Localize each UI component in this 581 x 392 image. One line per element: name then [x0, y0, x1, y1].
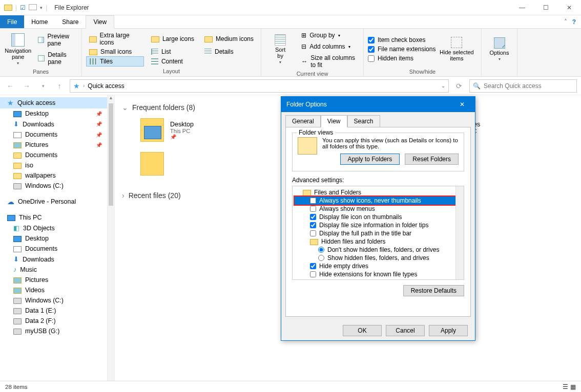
nav-3dobjects[interactable]: ◧3D Objects [0, 223, 107, 233]
close-button[interactable]: ✕ [557, 0, 581, 15]
options-button[interactable]: ✓ Options ▾ [486, 31, 513, 68]
group-by-button[interactable]: ⊞Group by ▾ [298, 31, 359, 40]
navigation-pane[interactable]: ★Quick access Desktop📌 ⬇Downloads📌 Docum… [0, 95, 108, 383]
tree-hide-extensions[interactable]: Hide extensions for known file types [295, 270, 462, 278]
tree-full-path-title[interactable]: Display the full path in the title bar [295, 229, 462, 237]
tree-file-size-tips[interactable]: Display file size information in folder … [295, 221, 462, 229]
tree-hidden-header[interactable]: Hidden files and folders [295, 237, 462, 246]
folder-options-dialog: Folder Options ✕ General View Search Fol… [281, 96, 475, 341]
nav-drive-g[interactable]: myUSB (G:) [0, 326, 107, 336]
breadcrumb-root[interactable]: Quick access [88, 82, 124, 90]
nav-windowsc-qa[interactable]: Windows (C:) [0, 181, 107, 191]
nav-downloads[interactable]: ⬇Downloads [0, 254, 107, 265]
search-placeholder: Search Quick access [484, 82, 542, 90]
dialog-titlebar[interactable]: Folder Options ✕ [281, 97, 475, 112]
tree-always-icons[interactable]: Always show icons, never thumbnails [295, 197, 462, 205]
nav-onedrive[interactable]: ☁OneDrive - Personal [0, 196, 107, 207]
tree-always-menus[interactable]: Always show menus [295, 205, 462, 213]
nav-drive-c[interactable]: Windows (C:) [0, 295, 107, 306]
layout-large[interactable]: Large icons [148, 31, 197, 47]
nav-drive-f[interactable]: Data 2 (F:) [0, 316, 107, 326]
layout-list[interactable]: List [148, 47, 197, 56]
layout-medium[interactable]: Medium icons [201, 31, 257, 47]
tab-home[interactable]: Home [24, 15, 55, 28]
tree-show-hidden[interactable]: Show hidden files, folders, and drives [295, 254, 462, 262]
nav-drive-e[interactable]: Data 1 (E:) [0, 306, 107, 316]
nav-iso-qa[interactable]: iso [0, 160, 107, 170]
nav-this-pc[interactable]: This PC [0, 212, 107, 223]
tile-hidden-2[interactable] [140, 149, 263, 178]
address-dropdown-icon[interactable]: ⌄ [441, 83, 445, 89]
qat-dropdown-icon[interactable]: ▾ [40, 5, 43, 10]
layout-small[interactable]: Small icons [86, 47, 144, 56]
advanced-settings-tree[interactable]: Files and Folders Always show icons, nev… [292, 186, 464, 280]
restore-defaults-button[interactable]: Restore Defaults [403, 285, 464, 296]
tree-dont-show-hidden[interactable]: Don't show hidden files, folders, or dri… [295, 246, 462, 254]
qat-item-icon[interactable] [29, 3, 37, 12]
ok-button[interactable]: OK [343, 325, 382, 336]
layout-content[interactable]: Content [148, 56, 197, 67]
tile-desktop[interactable]: DesktopThis PC📌 [140, 116, 263, 144]
nav-music[interactable]: ♪Music [0, 265, 107, 275]
sort-by-button[interactable]: Sort by ▾ [265, 31, 295, 68]
nav-documents-qa[interactable]: Documents📌 [0, 129, 107, 140]
help-icon[interactable]: ? [572, 18, 576, 26]
tab-view[interactable]: View [86, 15, 114, 29]
tree-hide-empty[interactable]: Hide empty drives [295, 262, 462, 270]
reset-folders-button[interactable]: Reset Folders [405, 154, 459, 165]
tree-hide-merge[interactable]: Hide folder merge conflicts [295, 278, 462, 280]
maximize-button[interactable]: ☐ [534, 0, 557, 15]
qat-checkbox-icon[interactable]: ☑ [20, 4, 26, 11]
hide-selected-button[interactable]: Hide selected items [439, 31, 474, 68]
tab-share[interactable]: Share [55, 15, 86, 28]
nav-desktop[interactable]: Desktop [0, 233, 107, 244]
scroll-thumb[interactable] [109, 103, 113, 206]
nav-downloads-qa[interactable]: ⬇Downloads📌 [0, 119, 107, 129]
nav-documents2-qa[interactable]: Documents [0, 150, 107, 160]
tab-file[interactable]: File [0, 15, 24, 28]
dialog-close-button[interactable]: ✕ [454, 101, 470, 108]
details-view-icon[interactable]: ☰ [563, 383, 568, 390]
address-bar[interactable]: ★ › Quick access ⌄ [70, 79, 449, 93]
up-button[interactable]: ↑ [53, 82, 66, 90]
dialog-tab-general[interactable]: General [285, 115, 321, 127]
details-icon [204, 49, 212, 55]
apply-to-folders-button[interactable]: Apply to Folders [340, 154, 400, 165]
preview-pane-button[interactable]: Preview pane [35, 32, 77, 48]
nav-documents[interactable]: Documents [0, 244, 107, 254]
search-box[interactable]: 🔍 Search Quick access [469, 79, 577, 93]
history-dropdown[interactable]: ▾ [37, 83, 49, 89]
nav-videos[interactable]: Videos [0, 285, 107, 295]
refresh-button[interactable]: ⟳ [453, 82, 465, 90]
add-columns-button[interactable]: ⊟Add columns ▾ [298, 42, 359, 51]
layout-details[interactable]: Details [201, 47, 257, 56]
nav-wallpapers-qa[interactable]: wallpapers [0, 170, 107, 181]
layout-tiles[interactable]: Tiles [86, 56, 144, 67]
layout-extra-large[interactable]: Extra large icons [86, 31, 144, 47]
nav-quick-access[interactable]: ★Quick access [0, 97, 107, 108]
tree-file-icon-thumb[interactable]: Display file icon on thumbnails [295, 213, 462, 221]
back-button[interactable]: ← [4, 82, 16, 90]
forward-button[interactable]: → [20, 82, 33, 90]
thumbnails-view-icon[interactable]: ▦ [570, 383, 576, 390]
navigation-pane-button[interactable]: Navigation pane ▾ [4, 31, 32, 68]
nav-scrollbar[interactable]: ▲ [108, 95, 115, 383]
options-icon: ✓ [494, 37, 505, 49]
ribbon-collapse-icon[interactable]: ˄ [564, 18, 567, 26]
minimize-button[interactable]: — [510, 0, 534, 15]
scroll-up-icon[interactable]: ▲ [108, 95, 114, 102]
nav-pictures-qa[interactable]: Pictures📌 [0, 140, 107, 150]
size-columns-button[interactable]: ↔Size all columns to fit [298, 53, 359, 70]
tree-files-folders[interactable]: Files and Folders [295, 188, 462, 197]
apply-button[interactable]: Apply [429, 325, 468, 336]
tree-scrollbar[interactable] [455, 186, 464, 279]
dialog-tab-view[interactable]: View [321, 115, 347, 127]
item-checkboxes-toggle[interactable]: Item check boxes [368, 35, 435, 45]
nav-desktop-qa[interactable]: Desktop📌 [0, 108, 107, 119]
details-pane-button[interactable]: Details pane [35, 50, 77, 67]
nav-pictures[interactable]: Pictures [0, 275, 107, 285]
hidden-items-toggle[interactable]: Hidden items [368, 54, 435, 63]
file-extensions-toggle[interactable]: File name extensions [368, 45, 435, 54]
dialog-tab-search[interactable]: Search [347, 115, 380, 127]
cancel-button[interactable]: Cancel [386, 325, 425, 336]
